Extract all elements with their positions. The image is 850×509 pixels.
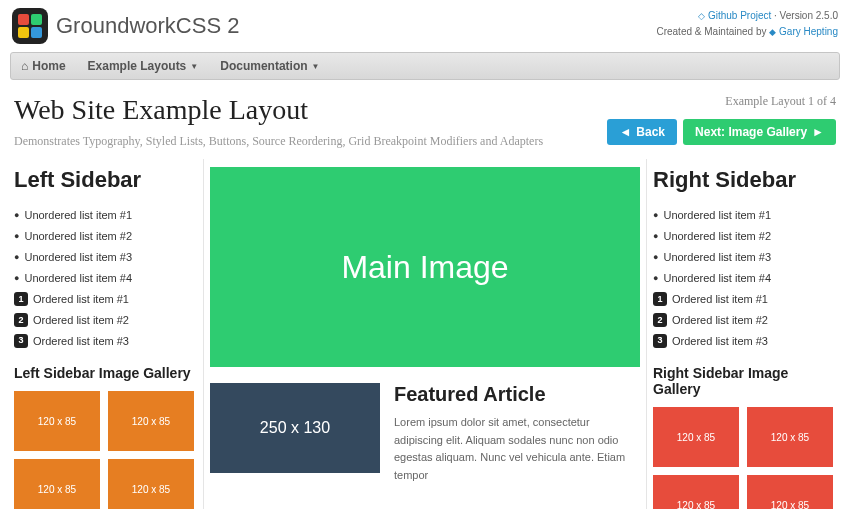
nav-docs[interactable]: Documentation▼ [220, 59, 319, 73]
number-badge: 3 [14, 334, 28, 348]
list-item: 3Ordered list item #3 [653, 331, 836, 352]
right-gallery-title: Right Sidebar Image Gallery [653, 365, 836, 397]
brand-title[interactable]: GroundworkCSS 2 [56, 13, 239, 39]
list-item: 1Ordered list item #1 [653, 289, 836, 310]
layout-counter: Example Layout 1 of 4 [607, 94, 836, 109]
nav-layouts[interactable]: Example Layouts▼ [88, 59, 199, 73]
navbar: ⌂Home Example Layouts▼ Documentation▼ [10, 52, 840, 80]
thumbnail[interactable]: 120 x 85 [14, 459, 100, 509]
left-gallery-title: Left Sidebar Image Gallery [14, 365, 197, 381]
number-badge: 2 [14, 313, 28, 327]
bullet-icon: ● [653, 249, 658, 266]
number-badge: 1 [14, 292, 28, 306]
next-button[interactable]: Next: Image Gallery► [683, 119, 836, 145]
thumbnail[interactable]: 120 x 85 [108, 391, 194, 451]
thumbnail[interactable]: 120 x 85 [14, 391, 100, 451]
thumbnail[interactable]: 120 x 85 [653, 475, 739, 509]
chevron-down-icon: ▼ [312, 62, 320, 71]
list-item: ●Unordered list item #1 [653, 205, 836, 226]
list-item: ●Unordered list item #4 [14, 268, 197, 289]
article-body: Lorem ipsum dolor sit amet, consectetur … [394, 414, 640, 484]
right-sidebar-title: Right Sidebar [653, 167, 836, 193]
right-sidebar: Right Sidebar ●Unordered list item #1 ●U… [646, 159, 842, 509]
arrow-left-icon: ◄ [619, 125, 631, 139]
list-item: ●Unordered list item #2 [14, 226, 197, 247]
bullet-icon: ● [14, 249, 19, 266]
list-item: ●Unordered list item #3 [14, 247, 197, 268]
left-sidebar: Left Sidebar ●Unordered list item #1 ●Un… [8, 159, 204, 509]
bullet-icon: ● [653, 270, 658, 287]
number-badge: 1 [653, 292, 667, 306]
list-item: ●Unordered list item #1 [14, 205, 197, 226]
author-link[interactable]: Gary Hepting [779, 26, 838, 37]
bullet-icon: ● [653, 228, 658, 245]
hero-image[interactable]: Main Image [210, 167, 640, 367]
bullet-icon: ● [14, 207, 19, 224]
main-content: Main Image 250 x 130 Featured Article Lo… [204, 159, 646, 509]
page-title: Web Site Example Layout [14, 94, 543, 126]
bullet-icon: ● [14, 228, 19, 245]
bullet-icon: ● [653, 207, 658, 224]
github-link[interactable]: Github Project [708, 10, 771, 21]
list-item: ●Unordered list item #3 [653, 247, 836, 268]
chevron-down-icon: ▼ [190, 62, 198, 71]
article-image[interactable]: 250 x 130 [210, 383, 380, 473]
left-unordered-list: ●Unordered list item #1 ●Unordered list … [14, 205, 197, 351]
article-title: Featured Article [394, 383, 640, 406]
nav-home[interactable]: ⌂Home [21, 59, 66, 73]
list-item: 3Ordered list item #3 [14, 331, 197, 352]
list-item: 1Ordered list item #1 [14, 289, 197, 310]
thumbnail[interactable]: 120 x 85 [747, 407, 833, 467]
number-badge: 2 [653, 313, 667, 327]
header-meta: ◇ Github Project · Version 2.5.0 Created… [656, 8, 838, 39]
bullet-icon: ● [14, 270, 19, 287]
github-icon: ◇ [698, 11, 705, 21]
list-item: ●Unordered list item #4 [653, 268, 836, 289]
thumbnail[interactable]: 120 x 85 [108, 459, 194, 509]
thumbnail[interactable]: 120 x 85 [653, 407, 739, 467]
list-item: 2Ordered list item #2 [653, 310, 836, 331]
page-subtitle: Demonstrates Typography, Styled Lists, B… [14, 132, 543, 151]
list-item: 2Ordered list item #2 [14, 310, 197, 331]
twitter-icon: ◆ [769, 27, 776, 37]
right-unordered-list: ●Unordered list item #1 ●Unordered list … [653, 205, 836, 351]
left-gallery: 120 x 85 120 x 85 120 x 85 120 x 85 [14, 391, 197, 509]
thumbnail[interactable]: 120 x 85 [747, 475, 833, 509]
number-badge: 3 [653, 334, 667, 348]
logo[interactable] [12, 8, 48, 44]
left-sidebar-title: Left Sidebar [14, 167, 197, 193]
list-item: ●Unordered list item #2 [653, 226, 836, 247]
home-icon: ⌂ [21, 59, 28, 73]
arrow-right-icon: ► [812, 125, 824, 139]
right-gallery: 120 x 85 120 x 85 120 x 85 120 x 85 [653, 407, 836, 509]
back-button[interactable]: ◄Back [607, 119, 677, 145]
